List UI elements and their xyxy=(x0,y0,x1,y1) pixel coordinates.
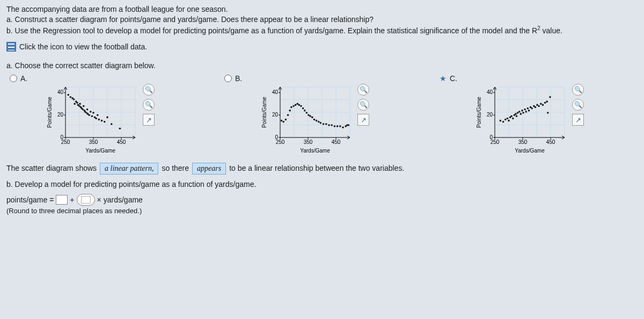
svg-point-168 xyxy=(546,101,548,103)
chart-a: 25035045002040Yards/GamePoints/Game xyxy=(47,84,138,155)
popout-icon[interactable]: ↗ xyxy=(357,114,369,126)
svg-point-28 xyxy=(73,99,75,101)
svg-point-108 xyxy=(336,126,339,128)
svg-point-150 xyxy=(517,112,519,114)
svg-text:Yards/Game: Yards/Game xyxy=(85,148,115,154)
answer-slot-2[interactable]: appears xyxy=(192,163,226,175)
zoom-out-icon[interactable]: 🔍 xyxy=(143,99,155,111)
svg-text:40: 40 xyxy=(487,90,493,96)
zoom-in-icon[interactable]: 🔍 xyxy=(357,84,369,96)
svg-point-145 xyxy=(510,115,513,118)
intro-line-a: a. Construct a scatter diagram for point… xyxy=(6,15,638,25)
svg-text:20: 20 xyxy=(272,112,279,118)
zoom-in-icon[interactable]: 🔍 xyxy=(143,84,155,96)
svg-point-139 xyxy=(500,120,502,122)
svg-text:350: 350 xyxy=(89,139,98,145)
choice-a[interactable]: A. 25035045002040Yards/GamePoints/Game 🔍… xyxy=(10,74,208,155)
svg-text:40: 40 xyxy=(57,90,64,96)
svg-point-94 xyxy=(304,110,306,112)
choice-b[interactable]: B. 25035045002040Yards/GamePoints/Game 🔍… xyxy=(224,74,423,155)
svg-point-91 xyxy=(298,104,301,106)
choice-c-label: C. xyxy=(450,74,457,83)
question-a: a. Choose the correct scatter diagram be… xyxy=(6,61,638,70)
svg-point-97 xyxy=(309,115,311,118)
svg-point-54 xyxy=(106,117,108,119)
svg-point-141 xyxy=(504,119,507,121)
radio-a[interactable] xyxy=(10,75,17,82)
svg-point-163 xyxy=(536,104,538,106)
chart-c: 25035045002040Yards/GamePoints/Game xyxy=(477,84,568,155)
intercept-input[interactable] xyxy=(56,195,68,205)
svg-text:Points/Game: Points/Game xyxy=(262,97,267,128)
choice-c[interactable]: ★ C. 25035045002040Yards/GamePoints/Game… xyxy=(439,74,638,155)
svg-point-99 xyxy=(313,119,316,121)
svg-point-151 xyxy=(518,111,521,113)
round-note: (Round to three decimal places as needed… xyxy=(6,207,638,215)
svg-point-162 xyxy=(535,106,537,108)
svg-point-160 xyxy=(531,107,533,110)
svg-point-46 xyxy=(91,115,93,118)
view-data-link[interactable]: Click the icon to view the football data… xyxy=(6,42,147,52)
svg-point-92 xyxy=(300,105,302,107)
svg-point-31 xyxy=(76,102,78,104)
zoom-out-icon[interactable]: 🔍 xyxy=(572,99,584,111)
zoom-out-icon[interactable]: 🔍 xyxy=(357,99,369,111)
svg-point-152 xyxy=(520,113,522,115)
choice-a-label: A. xyxy=(20,74,27,83)
radio-c-selected[interactable]: ★ xyxy=(439,75,447,82)
svg-point-107 xyxy=(334,126,336,128)
svg-point-42 xyxy=(86,108,89,111)
choice-b-label: B. xyxy=(235,74,242,83)
svg-point-44 xyxy=(88,114,90,117)
svg-point-37 xyxy=(82,108,84,111)
svg-point-95 xyxy=(306,112,308,114)
svg-point-29 xyxy=(74,103,76,105)
slope-input[interactable] xyxy=(81,196,91,204)
svg-point-47 xyxy=(92,112,94,114)
svg-point-110 xyxy=(342,127,344,129)
svg-text:Yards/Game: Yards/Game xyxy=(300,148,330,154)
svg-point-88 xyxy=(292,105,295,107)
svg-point-98 xyxy=(311,117,313,119)
table-icon xyxy=(6,42,16,52)
zoom-in-icon[interactable]: 🔍 xyxy=(572,84,584,96)
svg-point-148 xyxy=(515,113,517,115)
svg-point-170 xyxy=(549,96,551,98)
svg-point-96 xyxy=(308,114,310,117)
popout-icon[interactable]: ↗ xyxy=(143,114,155,126)
answer-slot-1[interactable]: a linear pattern, xyxy=(100,163,158,175)
svg-point-169 xyxy=(547,112,549,114)
intro-line-b: b. Use the Regression tool to develop a … xyxy=(6,25,638,36)
svg-point-55 xyxy=(111,123,113,125)
svg-text:350: 350 xyxy=(518,139,528,145)
svg-point-165 xyxy=(540,103,542,105)
svg-point-109 xyxy=(339,126,341,128)
svg-point-50 xyxy=(97,114,99,117)
svg-point-153 xyxy=(521,110,523,112)
svg-point-167 xyxy=(544,102,546,104)
svg-point-104 xyxy=(325,123,327,125)
popout-icon[interactable]: ↗ xyxy=(572,114,584,126)
svg-point-51 xyxy=(98,119,100,121)
svg-text:20: 20 xyxy=(487,112,493,118)
svg-point-38 xyxy=(83,105,85,107)
svg-point-82 xyxy=(281,120,283,122)
svg-point-143 xyxy=(508,120,510,122)
svg-point-156 xyxy=(525,111,527,113)
svg-point-103 xyxy=(323,123,325,125)
svg-point-53 xyxy=(104,121,106,123)
slope-input-paren xyxy=(77,194,95,206)
svg-text:0: 0 xyxy=(60,134,63,140)
svg-text:40: 40 xyxy=(272,90,279,96)
svg-text:450: 450 xyxy=(546,139,555,145)
svg-text:450: 450 xyxy=(332,139,341,145)
chart-b: 25035045002040Yards/GamePoints/Game xyxy=(262,84,353,155)
answer-sentence: The scatter diagram shows a linear patte… xyxy=(6,163,638,175)
svg-point-142 xyxy=(507,118,509,120)
svg-point-85 xyxy=(287,114,289,117)
svg-point-56 xyxy=(119,128,121,130)
svg-point-100 xyxy=(316,120,318,122)
radio-b[interactable] xyxy=(224,75,232,82)
svg-point-83 xyxy=(282,121,284,123)
svg-point-157 xyxy=(527,107,529,110)
